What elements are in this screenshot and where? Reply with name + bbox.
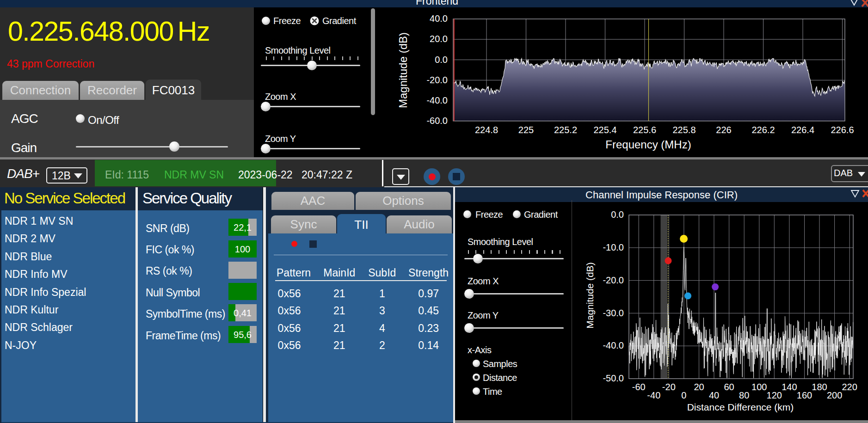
svg-text:-20: -20 (662, 382, 676, 392)
svg-text:226.6: 226.6 (831, 125, 854, 135)
svg-text:140: 140 (782, 382, 797, 392)
svg-text:40.0: 40.0 (430, 13, 448, 24)
svg-text:200: 200 (827, 390, 842, 400)
svg-text:Distance Difference (km): Distance Difference (km) (687, 402, 794, 412)
svg-text:0.0: 0.0 (435, 55, 448, 65)
svg-text:-50.0: -50.0 (603, 373, 624, 383)
svg-text:224.8: 224.8 (475, 125, 498, 135)
svg-text:226: 226 (716, 125, 731, 135)
svg-text:-40.0: -40.0 (426, 95, 448, 105)
svg-text:225.8: 225.8 (672, 125, 696, 135)
svg-text:20.0: 20.0 (430, 34, 448, 44)
svg-text:-10.0: -10.0 (603, 242, 624, 252)
svg-text:225.6: 225.6 (633, 125, 656, 135)
svg-text:160: 160 (797, 390, 812, 400)
svg-text:225: 225 (518, 125, 534, 135)
svg-text:Magnitude (dB): Magnitude (dB) (585, 262, 595, 329)
svg-text:226.2: 226.2 (751, 125, 775, 135)
svg-text:-60.0: -60.0 (426, 116, 448, 126)
svg-text:0.0: 0.0 (611, 209, 624, 220)
svg-text:220: 220 (842, 382, 857, 392)
svg-text:Frequency (MHz): Frequency (MHz) (605, 138, 691, 151)
svg-text:0: 0 (681, 390, 686, 400)
svg-text:40: 40 (709, 390, 719, 400)
svg-text:-20.0: -20.0 (426, 75, 448, 85)
svg-text:-30.0: -30.0 (603, 308, 624, 318)
svg-text:80: 80 (739, 390, 749, 400)
svg-text:225.4: 225.4 (593, 125, 616, 135)
svg-text:180: 180 (812, 382, 827, 392)
svg-text:-40: -40 (647, 390, 660, 400)
svg-text:-20.0: -20.0 (603, 275, 624, 285)
svg-text:60: 60 (724, 382, 734, 392)
svg-text:120: 120 (767, 390, 782, 400)
svg-text:-60: -60 (632, 382, 646, 392)
svg-text:100: 100 (751, 382, 767, 392)
svg-text:20: 20 (694, 382, 704, 392)
svg-text:226.4: 226.4 (791, 125, 814, 135)
svg-text:-40.0: -40.0 (603, 340, 624, 350)
svg-text:225.2: 225.2 (554, 125, 577, 135)
svg-text:Magnitude (dB): Magnitude (dB) (397, 32, 409, 108)
